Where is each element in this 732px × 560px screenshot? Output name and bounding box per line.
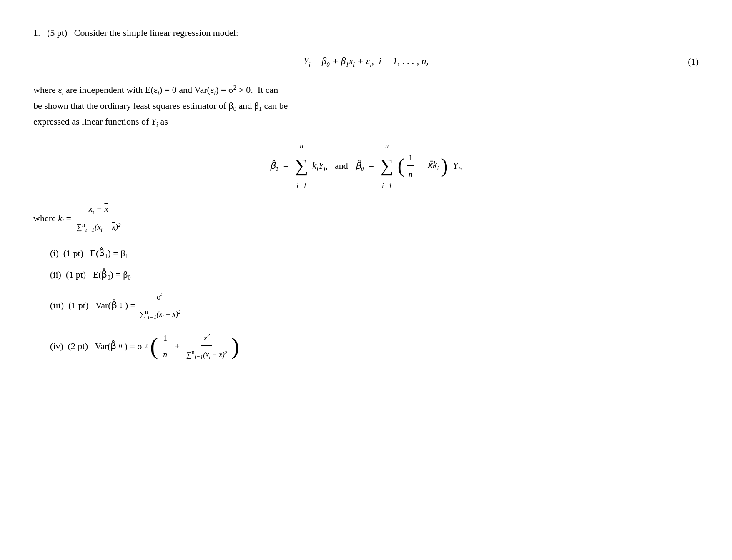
right-paren: ) [441,156,448,176]
left-paren: ( [398,156,404,176]
yi-after-paren: Yi, [450,158,462,175]
problem-number: 1. [33,28,40,38]
subpart-iii-content: Var(β̂1) = σ2 ∑ni=1(xi − x)2 [95,289,182,321]
beta-hat-equations: β̂1 = n ∑ i=1 kiYi, and β̂0 = n ∑ i=1 ( … [33,140,699,192]
subpart-ii-label: (ii) (1 pt) [50,269,90,280]
body-paragraph: where εi are independent with E(εi) = 0 … [33,82,699,130]
subpart-ii: (ii) (1 pt) E(β̂0) = β0 [50,267,699,283]
equation-content: Yi = β0 + β1xi + εi, i = 1, . . . , n, [303,53,429,70]
where-ki: where ki = xi − x ∑ni=1(xi − x)2 [33,202,699,235]
beta0-hat-lhs: β̂0 [355,158,364,174]
beta0-equals: = [366,158,376,173]
ki-fraction: xi − x ∑ni=1(xi − x)2 [75,202,123,235]
beta1-summand: kiYi, [312,158,328,175]
problem-points: (5 pt) [47,28,67,38]
beta1-equals: = [281,158,291,173]
subpart-iii-label: (iii) (1 pt) [50,300,93,310]
where-label: where ki = [33,210,71,227]
and-connector: and [330,158,353,173]
equation-number: (1) [688,54,699,69]
subpart-iv-content: Var(β̂0) = σ2 ( 1 n + x2 ∑ni=1(xi − x)2 … [95,330,239,362]
sum-symbol-1: n ∑ i=1 [295,140,308,192]
sum-symbol-2: n ∑ i=1 [380,140,393,192]
subpart-i: (i) (1 pt) E(β̂1) = β1 [50,245,699,262]
main-equation: Yi = β0 + β1xi + εi, i = 1, . . . , n, (… [33,53,699,70]
beta0-summand: 1 n − x̄ki [407,151,439,181]
subpart-iv: (iv) (2 pt) Var(β̂0) = σ2 ( 1 n + x2 ∑ni… [50,330,699,362]
subpart-i-label: (i) (1 pt) [50,248,88,258]
subpart-i-content: E(β̂1) = β1 [90,248,128,258]
problem-container: 1. (5 pt) Consider the simple linear reg… [33,25,699,362]
subpart-ii-content: E(β̂0) = β0 [93,269,131,280]
subpart-iv-label: (iv) (2 pt) [50,341,93,351]
subpart-iii: (iii) (1 pt) Var(β̂1) = σ2 ∑ni=1(xi − x)… [50,289,699,321]
problem-header: 1. (5 pt) Consider the simple linear reg… [33,25,699,40]
problem-title: Consider the simple linear regression mo… [74,28,238,38]
beta1-hat-lhs: β̂1 [270,158,278,174]
